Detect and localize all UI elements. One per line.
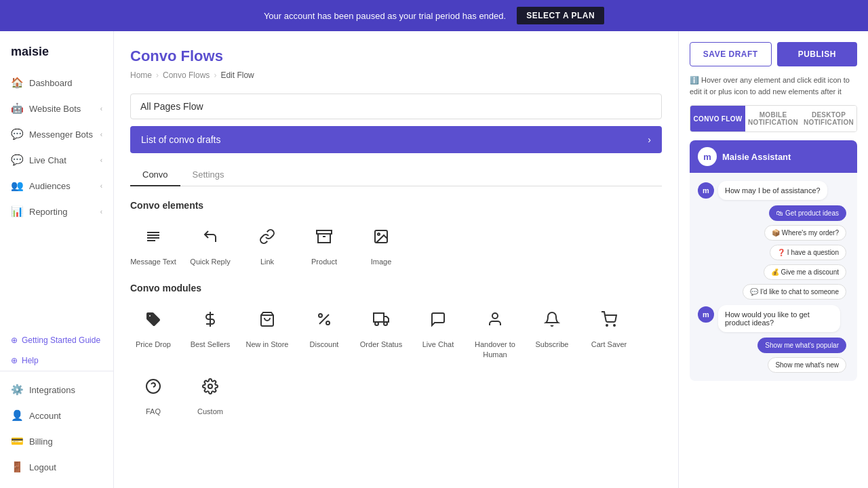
module-label: Handover to Human xyxy=(472,340,518,359)
chat-reply-whats-popular[interactable]: Show me what's popular xyxy=(757,338,846,353)
chat-bot-avatar-2: m xyxy=(698,306,714,323)
sidebar: maisie 🏠 Dashboard 🤖 Website Bots ‹ 💬 Me… xyxy=(0,31,114,488)
sidebar-item-label: Reporting xyxy=(29,207,67,217)
flow-name-input[interactable] xyxy=(130,94,662,119)
tab-settings[interactable]: Settings xyxy=(180,164,237,186)
guide-icon: ⊕ xyxy=(11,336,18,345)
app-logo: maisie xyxy=(0,39,113,70)
module-handover[interactable]: Handover to Human xyxy=(472,303,518,359)
module-faq[interactable]: FAQ xyxy=(130,370,176,416)
chat-reply-wheres-my-order[interactable]: 📦 Where's my order? xyxy=(764,225,846,241)
sidebar-item-dashboard[interactable]: 🏠 Dashboard xyxy=(0,70,113,96)
module-subscribe[interactable]: Subscribe xyxy=(529,303,575,359)
module-custom[interactable]: Custom xyxy=(187,370,233,416)
element-product[interactable]: Product xyxy=(301,220,347,266)
view-tab-convo-flow[interactable]: CONVO FLOW xyxy=(690,106,745,131)
sidebar-item-account[interactable]: 👤 Account xyxy=(0,403,113,428)
chevron-icon: ‹ xyxy=(100,182,102,190)
sidebar-item-live-chat[interactable]: 💬 Live Chat ‹ xyxy=(0,147,113,173)
module-label: FAQ xyxy=(146,407,161,416)
info-icon: ℹ️ xyxy=(690,76,699,84)
view-mode-tabs: CONVO FLOW MOBILE NOTIFICATION DESKTOP N… xyxy=(690,105,857,132)
live-chat-mod-icon xyxy=(422,303,454,336)
cart-saver-icon xyxy=(593,303,625,336)
website-bots-icon: 🤖 xyxy=(11,102,24,115)
order-status-icon xyxy=(365,303,397,336)
help-link[interactable]: ⊕ Help xyxy=(0,350,113,371)
convo-modules-grid: Price Drop Best Sellers New in Store Dis… xyxy=(130,303,662,416)
new-in-store-icon xyxy=(251,303,283,336)
sidebar-item-integrations[interactable]: ⚙️ Integrations xyxy=(0,377,113,403)
faq-icon xyxy=(137,370,170,403)
breadcrumb-sep-1: › xyxy=(156,70,159,80)
element-quick-reply[interactable]: Quick Reply xyxy=(187,220,233,266)
breadcrumb-home[interactable]: Home xyxy=(130,70,152,80)
sidebar-item-reporting[interactable]: 📊 Reporting ‹ xyxy=(0,199,113,224)
element-image[interactable]: Image xyxy=(358,220,404,266)
right-panel: SAVE DRAFT PUBLISH ℹ️ Hover over any ele… xyxy=(678,31,868,488)
chat-reply-have-question[interactable]: ❓ I have a question xyxy=(770,245,846,260)
tab-convo[interactable]: Convo xyxy=(130,164,180,186)
chat-reply-get-product-ideas[interactable]: 🛍 Get product ideas xyxy=(769,205,846,221)
sidebar-item-billing[interactable]: 💳 Billing xyxy=(0,428,113,454)
svg-point-22 xyxy=(208,384,212,388)
sidebar-item-website-bots[interactable]: 🤖 Website Bots ‹ xyxy=(0,96,113,121)
svg-rect-4 xyxy=(317,230,332,234)
element-link[interactable]: Link xyxy=(244,220,290,266)
chat-message-row: m How may I be of assistance? xyxy=(698,181,849,200)
price-drop-icon xyxy=(137,303,170,336)
svg-line-10 xyxy=(319,314,329,324)
product-icon xyxy=(308,220,340,253)
sidebar-item-audiences[interactable]: 👥 Audiences ‹ xyxy=(0,173,113,199)
select-plan-button[interactable]: SELECT A PLAN xyxy=(517,7,604,24)
breadcrumb-convo-flows[interactable]: Convo Flows xyxy=(163,70,210,80)
module-label: Order Status xyxy=(360,340,402,349)
chat-header: m Maisie Assistant xyxy=(690,140,857,173)
link-icon xyxy=(251,220,283,253)
action-buttons: SAVE DRAFT PUBLISH xyxy=(690,42,857,66)
sidebar-item-label: Messenger Bots xyxy=(29,129,93,140)
audiences-icon: 👥 xyxy=(11,180,24,192)
discount-icon xyxy=(308,303,340,336)
module-new-in-store[interactable]: New in Store xyxy=(244,303,290,359)
list-drafts-label: List of convo drafts xyxy=(141,134,221,145)
module-label: Discount xyxy=(310,340,339,349)
handover-icon xyxy=(479,303,511,336)
messenger-icon: 💬 xyxy=(11,128,24,140)
chat-replies-1: 🛍 Get product ideas 📦 Where's my order? … xyxy=(698,205,849,300)
module-label: Best Sellers xyxy=(191,340,231,349)
message-text-icon xyxy=(137,220,170,253)
chat-reply-discount[interactable]: 💰 Give me a discount xyxy=(764,264,846,280)
save-draft-button[interactable]: SAVE DRAFT xyxy=(690,42,772,66)
module-live-chat[interactable]: Live Chat xyxy=(415,303,461,359)
sidebar-item-messenger-bots[interactable]: 💬 Messenger Bots ‹ xyxy=(0,121,113,147)
list-drafts-button[interactable]: List of convo drafts › xyxy=(130,126,662,153)
help-label: Help xyxy=(22,356,39,365)
guide-label: Getting Started Guide xyxy=(22,336,100,345)
element-label: Message Text xyxy=(130,257,176,266)
breadcrumb-edit-flow: Edit Flow xyxy=(220,70,254,80)
dashboard-icon: 🏠 xyxy=(11,77,24,89)
element-message-text[interactable]: Message Text xyxy=(130,220,176,266)
element-label: Image xyxy=(371,257,392,266)
chat-reply-whats-new[interactable]: Show me what's new xyxy=(768,357,846,373)
sidebar-item-label: Integrations xyxy=(29,385,75,395)
sidebar-item-label: Audiences xyxy=(29,181,71,191)
module-best-sellers[interactable]: Best Sellers xyxy=(187,303,233,359)
convo-modules-title: Convo modules xyxy=(130,283,662,293)
banner-message: Your account has been paused as your tri… xyxy=(264,11,506,21)
sidebar-item-logout[interactable]: 🚪 Logout xyxy=(0,454,113,480)
module-discount[interactable]: Discount xyxy=(301,303,347,359)
chevron-icon: ‹ xyxy=(100,105,102,113)
view-tab-desktop[interactable]: DESKTOP NOTIFICATION xyxy=(801,106,856,131)
getting-started-guide-link[interactable]: ⊕ Getting Started Guide xyxy=(0,330,113,350)
publish-button[interactable]: PUBLISH xyxy=(777,42,858,66)
chat-reply-chat-someone[interactable]: 💬 I'd like to chat to someone xyxy=(743,284,846,300)
module-price-drop[interactable]: Price Drop xyxy=(130,303,176,359)
view-tab-mobile[interactable]: MOBILE NOTIFICATION xyxy=(745,106,801,131)
chat-assistant-name: Maisie Assistant xyxy=(722,152,791,162)
convo-settings-tabs: Convo Settings xyxy=(130,164,662,186)
help-icon: ⊕ xyxy=(11,356,18,365)
module-cart-saver[interactable]: Cart Saver xyxy=(586,303,632,359)
module-order-status[interactable]: Order Status xyxy=(358,303,404,359)
